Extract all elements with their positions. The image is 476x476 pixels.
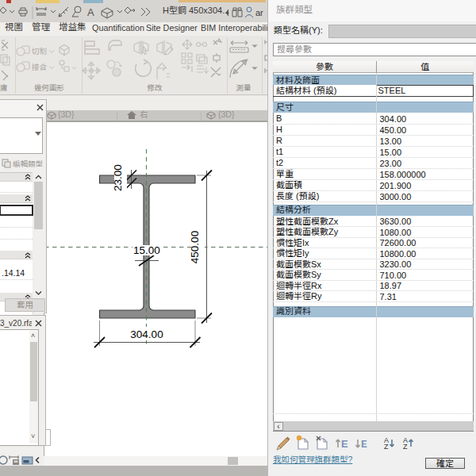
svg-text:15.00: 15.00: [133, 244, 160, 256]
svg-text:A: A: [87, 6, 94, 18]
svg-text:E: E: [361, 439, 367, 451]
svg-text:450.00: 450.00: [189, 231, 201, 263]
svg-text:23.00: 23.00: [112, 164, 124, 191]
svg-text:Z: Z: [403, 443, 408, 451]
svg-text:接合: 接合: [32, 61, 48, 72]
svg-text:E: E: [341, 438, 348, 450]
svg-text:ar: ar: [255, 8, 263, 17]
svg-text:304.00: 304.00: [130, 328, 163, 340]
svg-text:切割: 切割: [32, 45, 47, 56]
svg-text:Z: Z: [384, 443, 389, 451]
